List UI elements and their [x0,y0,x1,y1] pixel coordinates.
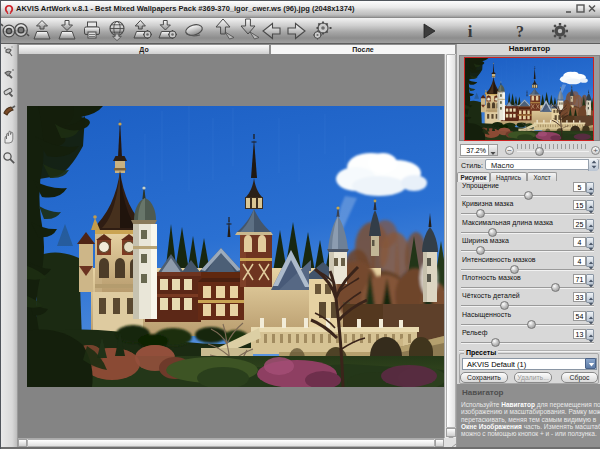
svg-text:?: ? [516,23,524,40]
svg-text:i: i [468,22,473,41]
